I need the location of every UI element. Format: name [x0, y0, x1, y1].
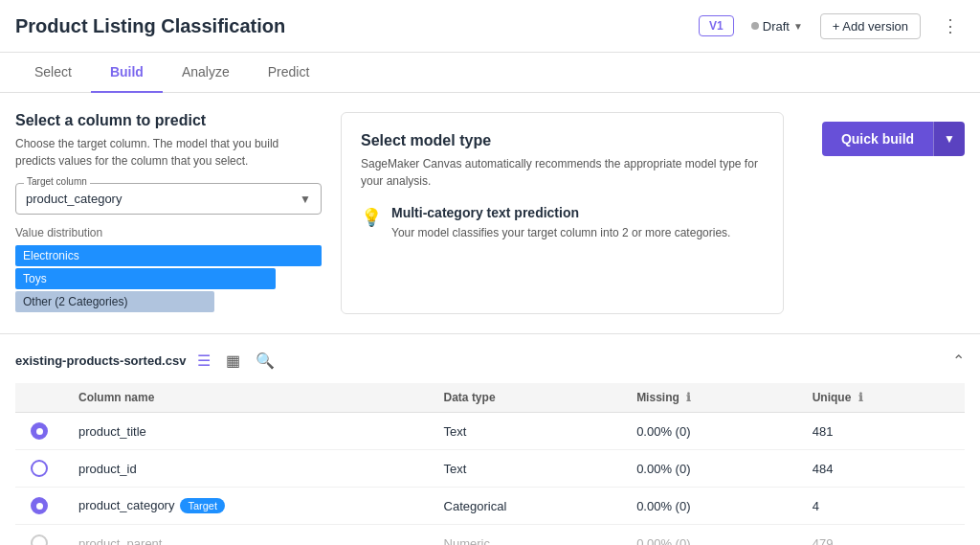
- col-unique-cell: 479: [797, 525, 965, 546]
- column-name-label: product_title: [78, 424, 146, 439]
- column-name-label: product_id: [78, 462, 137, 476]
- missing-info-icon[interactable]: ℹ: [686, 391, 691, 404]
- draft-label: Draft: [763, 19, 790, 34]
- col-name-header: Column name: [63, 383, 429, 413]
- target-column-select[interactable]: Target column product_category ▼: [15, 183, 322, 215]
- col-missing-cell: 0.00% (0): [621, 413, 797, 450]
- tab-predict[interactable]: Predict: [249, 53, 329, 93]
- tab-build[interactable]: Build: [91, 53, 163, 93]
- dataset-header-left: existing-products-sorted.csv ☰ ▦ 🔍: [15, 350, 278, 372]
- quick-build-dropdown-button[interactable]: ▼: [933, 122, 965, 156]
- column-name-label: product_parent: [78, 536, 162, 546]
- col-name-cell: product_categoryTarget: [63, 488, 429, 525]
- dist-bar-1: Toys: [15, 268, 276, 289]
- column-name-label: product_category: [78, 498, 174, 512]
- col-missing-cell: 0.00% (0): [621, 525, 797, 546]
- tab-analyze[interactable]: Analyze: [163, 53, 249, 93]
- row-select-icon[interactable]: [15, 488, 63, 525]
- col-missing-cell: 0.00% (0): [621, 450, 797, 488]
- col-missing-cell: 0.00% (0): [621, 488, 797, 525]
- table-header-row: Column name Data type Missing ℹ Unique ℹ: [15, 383, 965, 413]
- dist-bar-2: Other (2 Categories): [15, 291, 214, 312]
- quick-build-group: Quick build ▼: [822, 122, 965, 156]
- quick-build-area: Quick build ▼: [803, 112, 965, 314]
- dataset-icons: ☰ ▦ 🔍: [193, 350, 278, 372]
- table-row: product_titleText0.00% (0)481: [15, 413, 965, 450]
- dataset-filename: existing-products-sorted.csv: [15, 353, 186, 368]
- draft-chevron-icon[interactable]: ▼: [793, 21, 803, 32]
- col-type-cell: Numeric: [429, 525, 622, 546]
- row-select-icon[interactable]: [15, 413, 63, 450]
- collapse-button[interactable]: ⌃: [952, 352, 965, 370]
- col-unique-cell: 484: [797, 450, 965, 488]
- unique-info-icon[interactable]: ℹ: [858, 391, 863, 404]
- right-panel: Select model type SageMaker Canvas autom…: [341, 112, 784, 314]
- row-select-icon[interactable]: [15, 525, 63, 546]
- draft-dot-icon: [751, 22, 759, 30]
- model-type-title: Select model type: [361, 132, 764, 149]
- target-column-label: Target column: [24, 176, 90, 187]
- col-type-header: Data type: [429, 383, 622, 413]
- model-option-text: Multi-category text prediction Your mode…: [391, 205, 730, 241]
- dataset-header: existing-products-sorted.csv ☰ ▦ 🔍 ⌃: [15, 350, 965, 372]
- model-type-icon: 💡: [361, 207, 382, 228]
- search-icon[interactable]: 🔍: [252, 350, 278, 372]
- more-options-button[interactable]: ⋮: [936, 11, 965, 40]
- col-unique-cell: 4: [797, 488, 965, 525]
- col-type-cell: Categorical: [429, 488, 622, 525]
- data-table: Column name Data type Missing ℹ Unique ℹ…: [15, 383, 965, 545]
- add-version-button[interactable]: + Add version: [820, 13, 921, 39]
- col-unique-header: Unique ℹ: [797, 383, 965, 413]
- target-column-value: product_category: [26, 192, 122, 206]
- table-row: product_idText0.00% (0)484: [15, 450, 965, 488]
- model-option-sub: Your model classifies your target column…: [391, 224, 730, 241]
- col-name-cell: product_parent: [63, 525, 429, 546]
- app-header: Product Listing Classification V1 Draft …: [0, 0, 980, 53]
- left-panel-description: Choose the target column. The model that…: [15, 135, 322, 170]
- table-row: product_parentNumeric0.00% (0)479: [15, 525, 965, 546]
- col-type-cell: Text: [429, 413, 622, 450]
- main-content: Select a column to predict Choose the ta…: [0, 93, 980, 333]
- row-select-icon[interactable]: [15, 450, 63, 488]
- table-row: product_categoryTargetCategorical0.00% (…: [15, 488, 965, 525]
- model-option-name: Multi-category text prediction: [391, 205, 730, 220]
- draft-status: Draft ▼: [751, 19, 803, 34]
- list-view-icon[interactable]: ☰: [193, 350, 214, 372]
- add-version-label: + Add version: [833, 19, 908, 34]
- col-icon-header: [15, 383, 63, 413]
- left-panel: Select a column to predict Choose the ta…: [15, 112, 322, 314]
- tab-select[interactable]: Select: [15, 53, 91, 93]
- col-name-cell: product_title: [63, 413, 429, 450]
- app-title: Product Listing Classification: [15, 15, 699, 37]
- col-missing-header: Missing ℹ: [621, 383, 797, 413]
- target-column-chevron-icon: ▼: [300, 193, 311, 206]
- model-type-description: SageMaker Canvas automatically recommend…: [361, 155, 764, 190]
- dataset-section: existing-products-sorted.csv ☰ ▦ 🔍 ⌃ Col…: [0, 333, 980, 545]
- col-unique-cell: 481: [797, 413, 965, 450]
- grid-view-icon[interactable]: ▦: [222, 350, 244, 372]
- left-panel-title: Select a column to predict: [15, 112, 322, 129]
- target-badge: Target: [180, 498, 225, 513]
- value-distribution-label: Value distribution: [15, 226, 322, 239]
- dist-bar-0: Electronics: [15, 245, 322, 266]
- version-badge[interactable]: V1: [699, 15, 734, 36]
- model-option: 💡 Multi-category text prediction Your mo…: [361, 205, 764, 241]
- distribution-bars: Electronics Toys Other (2 Categories): [15, 245, 322, 312]
- quick-build-button[interactable]: Quick build: [822, 122, 933, 156]
- nav-tabs: Select Build Analyze Predict: [0, 53, 980, 93]
- col-name-cell: product_id: [63, 450, 429, 488]
- col-type-cell: Text: [429, 450, 622, 488]
